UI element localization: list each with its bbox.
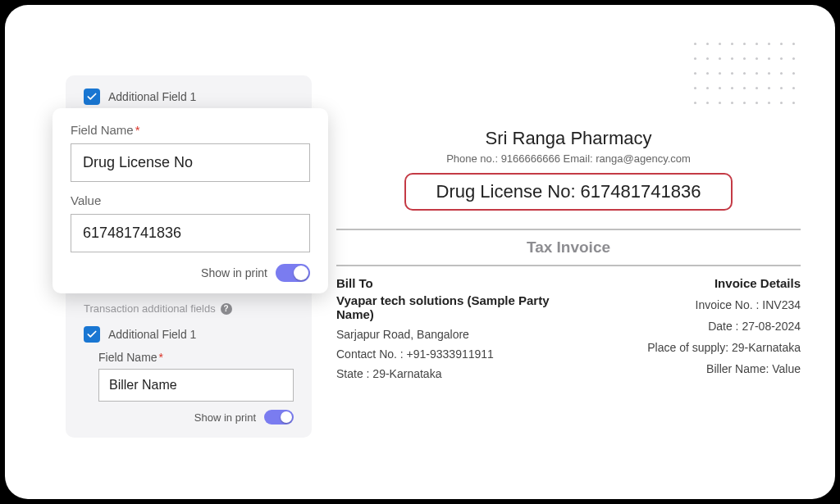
party-contact: Contact No. : +91-9333911911 [336,347,582,361]
field1-name-input[interactable] [71,143,310,182]
field1-name-label: Field Name* [71,123,310,137]
invoice-preview: Sri Ranga Pharmacy Phone no.: 9166666666… [336,128,801,387]
party-address: Sarjapur Road, Bangalore [336,328,582,341]
field1-checkbox[interactable] [84,89,100,105]
party-state: State : 29-Karnataka [336,367,582,380]
field1-checkbox-label: Additional Field 1 [108,90,196,103]
field2-show-in-print-toggle[interactable] [264,410,294,425]
transaction-fields-card: Transaction additional fields ? Addition… [66,279,312,438]
field2-checkbox[interactable] [84,326,100,343]
check-icon [86,329,98,340]
field1-show-in-print-label: Show in print [201,266,267,279]
field1-value-label: Value [71,193,310,207]
bill-to-block: Bill To Vyapar tech solutions (Sample Pa… [336,276,582,387]
field1-popup: Field Name* Value Show in print [52,108,328,293]
biller-name-line: Biller Name: Value [647,362,801,375]
decorative-dots [694,43,801,110]
field2-name-label: Field Name* [98,351,294,364]
check-icon [86,91,98,102]
field1-show-in-print-toggle[interactable] [276,264,310,282]
invoice-details-block: Invoice Details Invoice No. : INV234 Dat… [647,276,801,387]
help-icon[interactable]: ? [221,303,232,315]
invoice-details-head: Invoice Details [647,276,801,290]
company-name: Sri Ranga Pharmacy [336,128,801,149]
field2-checkbox-label: Additional Field 1 [108,328,196,341]
transaction-section-label: Transaction additional fields ? [84,302,294,315]
license-highlight: Drug License No: 617481741836 [404,173,733,211]
field2-name-input[interactable] [98,369,294,402]
invoice-no: Invoice No. : INV234 [647,298,801,311]
place-of-supply: Place of supply: 29-Karnataka [647,341,801,354]
bill-to-head: Bill To [336,276,582,290]
field1-value-input[interactable] [71,214,310,252]
document-title: Tax Invoice [336,230,801,265]
company-contact: Phone no.: 9166666666 Email: ranga@agenc… [336,152,801,165]
field2-show-in-print-label: Show in print [194,411,256,424]
invoice-date: Date : 27-08-2024 [647,320,801,333]
party-name: Vyapar tech solutions (Sample Party Name… [336,293,582,321]
